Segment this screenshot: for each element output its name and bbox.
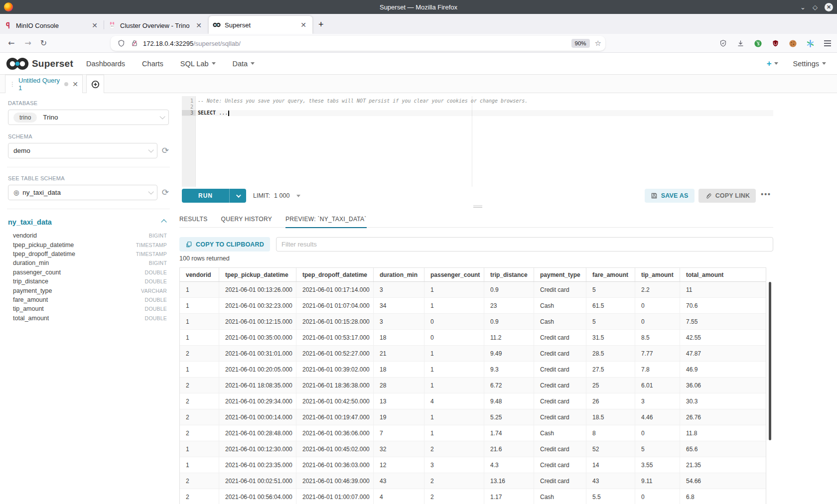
table-schema-select[interactable]: ◎ ny_taxi_data [8, 185, 157, 200]
table-cell: 6.72 [484, 378, 534, 393]
minio-favicon: ꟼ [4, 20, 12, 30]
extension-green-icon[interactable] [753, 39, 762, 48]
close-window-icon[interactable]: ✕ [825, 3, 833, 11]
copy-to-clipboard-button[interactable]: COPY TO CLIPBOARD [179, 237, 270, 252]
downloads-icon[interactable] [736, 39, 745, 48]
more-options-button[interactable]: ••• [760, 190, 773, 201]
nav-item-sql-lab[interactable]: SQL Lab [180, 60, 216, 68]
url-text: 172.18.0.4:32295/superset/sqllab/ [143, 40, 571, 47]
schema-select[interactable]: demo [8, 143, 157, 158]
tab-query-history[interactable]: QUERY HISTORY [221, 211, 272, 228]
brand-name: Superset [32, 58, 73, 69]
copy-link-button[interactable]: COPY LINK [698, 189, 756, 203]
table-cell: 9.3 [484, 362, 534, 377]
column-header-fare_amount[interactable]: fare_amount [586, 268, 635, 281]
column-header-tpep_pickup_datetime[interactable]: tpep_pickup_datetime [219, 268, 296, 281]
new-tab-button[interactable]: + [318, 19, 324, 30]
table-scrollbar[interactable] [769, 282, 771, 440]
back-icon[interactable]: ← [8, 38, 14, 48]
run-options-button[interactable] [229, 189, 246, 203]
table-cell: 2.2 [635, 282, 680, 297]
tab-close-icon[interactable]: ✕ [194, 21, 204, 29]
nav-item-dashboards[interactable]: Dashboards [86, 60, 125, 68]
query-tab-title: Untitled Query 1 [18, 77, 62, 92]
drag-handle-icon[interactable]: ⋮ [9, 81, 15, 88]
column-header-total_amount[interactable]: total_amount [680, 268, 766, 281]
table-cell: 31.5 [586, 330, 635, 345]
table-cell: Cash [534, 298, 586, 313]
sql-editor[interactable]: 1-- Note: Unless you save your query, th… [182, 96, 773, 187]
url-bar[interactable]: 172.18.0.4:32295/superset/sqllab/ 90% ☆ [111, 36, 605, 51]
schema-column-row: tpep_pickup_datetimeTIMESTAMP [8, 240, 169, 249]
nav-item-data[interactable]: Data [233, 60, 255, 68]
reload-icon[interactable]: ↻ [40, 38, 47, 48]
column-header-duration_min[interactable]: duration_min [374, 268, 424, 281]
limit-dropdown[interactable]: LIMIT: 1 000 [253, 192, 300, 199]
editor-line: 1-- Note: Unless you save your query, th… [182, 98, 773, 104]
column-header-tpep_dropoff_datetime[interactable]: tpep_dropoff_datetime [296, 268, 374, 281]
minimize-icon[interactable]: ⌄ [800, 4, 806, 10]
database-select[interactable]: trino Trino [8, 110, 169, 125]
table-eye-icon: ◎ [13, 189, 19, 196]
browser-tab-superset[interactable]: Superset ✕ [209, 16, 312, 34]
results-body: 12021-06-01 00:13:26.0002021-06-01 00:17… [180, 282, 766, 504]
filter-results-input[interactable] [276, 237, 773, 252]
save-as-button[interactable]: SAVE AS [645, 189, 695, 203]
maximize-icon[interactable]: ◇ [813, 4, 818, 10]
cookie-icon[interactable] [788, 39, 797, 48]
forward-icon[interactable]: → [24, 38, 31, 48]
zoom-level-badge[interactable]: 90% [571, 39, 590, 48]
column-header-trip_distance[interactable]: trip_distance [484, 268, 534, 281]
tab-close-icon[interactable]: ✕ [90, 21, 100, 29]
column-header-vendorid[interactable]: vendorid [180, 268, 219, 281]
nav-item-charts[interactable]: Charts [142, 60, 163, 68]
table-cell: 5.25 [484, 409, 534, 425]
run-button[interactable]: RUN [182, 189, 229, 203]
collapse-chevron-icon[interactable] [161, 219, 166, 225]
settings-menu[interactable]: Settings [793, 60, 826, 68]
shield-icon[interactable] [118, 39, 125, 47]
table-cell: 65.6 [680, 441, 766, 457]
tab-results[interactable]: RESULTS [179, 211, 208, 228]
bookmark-star-icon[interactable]: ☆ [595, 39, 601, 48]
table-row: 22021-06-01 18:08:35.0002021-06-01 18:36… [180, 378, 766, 393]
table-cell: 0 [635, 314, 680, 329]
browser-tab-trino[interactable]: Cluster Overview - Trino ✕ [104, 17, 208, 34]
close-query-tab-icon[interactable]: ✕ [72, 80, 78, 88]
panel-resize-handle[interactable] [182, 204, 773, 209]
table-cell: 43 [374, 473, 424, 489]
column-name: total_amount [13, 315, 49, 322]
column-header-payment_type[interactable]: payment_type [534, 268, 586, 281]
lock-disabled-icon[interactable] [131, 39, 138, 47]
table-row: 22021-06-01 00:00:14.0002021-06-01 00:19… [180, 409, 766, 425]
column-name: tip_amount [13, 305, 44, 312]
refresh-schema-icon[interactable]: ⟳ [162, 146, 169, 155]
table-cell: 2021-06-01 00:56:04.000 [219, 489, 296, 504]
table-cell: Credit card [534, 441, 586, 457]
run-button-group[interactable]: RUN [182, 189, 246, 203]
schema-column-row: fare_amountDOUBLE [8, 295, 169, 304]
add-new-button[interactable]: + [767, 59, 778, 69]
browser-tab-minio[interactable]: ꟼ MinIO Console ✕ [0, 17, 104, 34]
pocket-shield-icon[interactable] [718, 39, 727, 48]
table-cell: 2021-06-01 00:46:39.000 [296, 473, 374, 489]
add-query-tab-button[interactable] [86, 75, 104, 93]
menu-hamburger-icon[interactable] [823, 39, 832, 48]
ublock-icon[interactable] [771, 39, 780, 48]
superset-logo[interactable]: Superset [6, 57, 73, 70]
save-as-label: SAVE AS [661, 192, 689, 199]
table-cell: 2021-06-01 00:17:14.000 [296, 282, 374, 297]
results-tab-bar: RESULTS QUERY HISTORY PREVIEW: `NY_TAXI_… [179, 211, 773, 228]
column-header-tip_amount[interactable]: tip_amount [635, 268, 680, 281]
table-cell: 4.46 [635, 409, 680, 425]
table-cell: 1 [424, 346, 484, 361]
table-cell: Credit card [534, 346, 586, 361]
tab-close-icon[interactable]: ✕ [298, 21, 308, 29]
table-name-heading[interactable]: ny_taxi_data [8, 218, 52, 226]
refresh-table-icon[interactable]: ⟳ [162, 188, 169, 197]
tab-preview-ny-taxi-data[interactable]: PREVIEW: `NY_TAXI_DATA` [285, 211, 367, 228]
extension-asterisk-icon[interactable] [806, 39, 815, 48]
table-cell: 19 [374, 409, 424, 425]
column-header-passenger_count[interactable]: passenger_count [424, 268, 484, 281]
query-tab[interactable]: ⋮ Untitled Query 1 ✕ [5, 75, 83, 93]
